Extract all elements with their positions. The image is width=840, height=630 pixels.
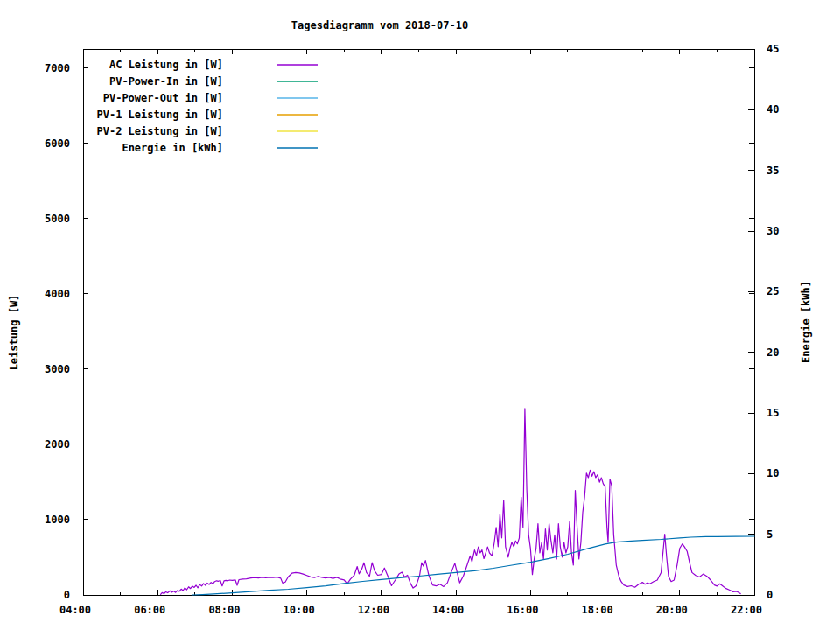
legend-label-pv-power-in: PV-Power-In in [W] xyxy=(109,75,223,88)
x-tick-label: 16:00 xyxy=(507,604,538,616)
y-right-tick-label: 0 xyxy=(766,589,773,601)
legend-label-ac: AC Leistung in [W] xyxy=(109,59,223,71)
legend: AC Leistung in [W]PV-Power-In in [W]PV-P… xyxy=(97,59,318,154)
y-right-tick-label: 25 xyxy=(766,285,779,298)
y-left-tick-label: 1000 xyxy=(45,514,70,526)
y-right-tick-label: 45 xyxy=(766,43,779,55)
y-right-tick-label: 40 xyxy=(766,103,779,116)
y-left-tick-label: 0 xyxy=(64,589,70,601)
y-left-tick-label: 5000 xyxy=(45,213,70,225)
x-tick-label: 10:00 xyxy=(284,604,315,616)
y-right-tick-label: 20 xyxy=(766,346,779,359)
y-axis-right: 051015202530354045 xyxy=(748,43,779,601)
series-energie xyxy=(192,536,754,595)
plot-area: 04:0006:0008:0010:0012:0014:0016:0018:00… xyxy=(0,0,840,630)
legend-label-energie: Energie in [kWh] xyxy=(122,142,223,154)
legend-label-pv2: PV-2 Leistung in [W] xyxy=(97,125,224,137)
chart-canvas: Tagesdiagramm vom 2018-07-10 Leistung [W… xyxy=(0,0,840,630)
legend-label-pv1: PV-1 Leistung in [W] xyxy=(97,108,224,121)
legend-label-pv-power-out: PV-Power-Out in [W] xyxy=(103,92,223,104)
y-right-tick-label: 15 xyxy=(766,407,779,419)
x-tick-label: 20:00 xyxy=(656,604,688,616)
x-tick-label: 12:00 xyxy=(358,604,389,616)
x-tick-label: 06:00 xyxy=(134,604,165,616)
y-left-tick-label: 3000 xyxy=(45,363,70,375)
x-tick-label: 04:00 xyxy=(60,604,91,616)
y-left-tick-label: 6000 xyxy=(45,137,70,150)
series-ac-leistung xyxy=(161,409,741,594)
y-right-tick-label: 30 xyxy=(766,225,779,237)
y-right-tick-label: 10 xyxy=(766,467,779,480)
x-tick-label: 08:00 xyxy=(208,604,240,616)
x-tick-label: 14:00 xyxy=(432,604,464,616)
y-left-tick-label: 2000 xyxy=(45,438,70,451)
y-left-tick-label: 7000 xyxy=(45,62,70,74)
y-right-tick-label: 5 xyxy=(766,528,773,541)
x-tick-label: 22:00 xyxy=(731,604,762,616)
y-left-tick-label: 4000 xyxy=(45,288,70,300)
y-right-tick-label: 35 xyxy=(766,164,779,177)
x-tick-label: 18:00 xyxy=(581,604,612,616)
